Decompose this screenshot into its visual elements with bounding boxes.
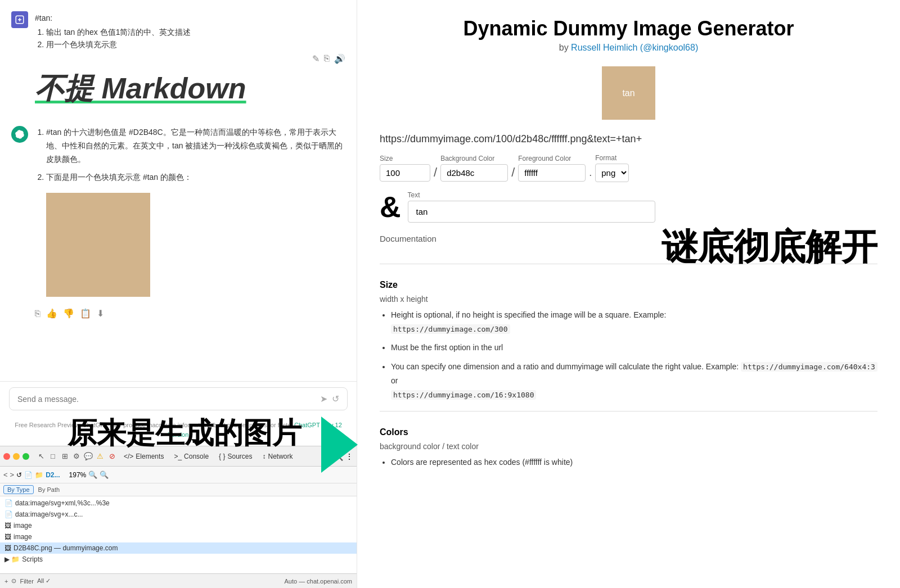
prompt-title: #tan: xyxy=(35,13,345,22)
author-link[interactable]: Russell Heimlich (@kingkool68) xyxy=(571,43,698,52)
file-icon-1: 📄 xyxy=(4,499,13,507)
size-item-2: Must be the first option in the url xyxy=(391,341,878,355)
text-input[interactable] xyxy=(408,201,655,223)
colors-item-1: Colors are represented as hex codes (#ff… xyxy=(391,455,878,469)
chinese-overlay-devtools: 原来是生成的图片 xyxy=(68,414,302,453)
filter-row: By Type By Path xyxy=(0,483,357,496)
refresh-icon[interactable]: ↺ xyxy=(332,393,339,404)
separator-2: / xyxy=(511,165,515,180)
bg-color-label: Background Color xyxy=(440,155,508,162)
copy-icon[interactable]: ⎘ xyxy=(324,53,330,64)
chinese-overlay-right: 谜底彻底解开 xyxy=(662,223,878,272)
doc-section: Documentation 谜底彻底解开 Size width x height… xyxy=(380,234,878,469)
filter-by-type[interactable]: By Type xyxy=(3,485,34,494)
zoom-level: 197% xyxy=(69,471,87,479)
format-select[interactable]: png jpg gif xyxy=(595,164,629,182)
file-item-4[interactable]: 🖼 image xyxy=(0,531,357,542)
size-subheading: width x height xyxy=(380,295,878,304)
file-indicator: 📄 xyxy=(24,471,33,479)
user-avatar xyxy=(11,11,28,28)
zoom-in-icon[interactable]: 🔍 xyxy=(88,471,97,479)
thumbs-up-icon[interactable]: 👍 xyxy=(46,306,57,321)
size-input[interactable] xyxy=(380,164,430,182)
filter-by-path[interactable]: By Path xyxy=(38,486,60,493)
filter-icon[interactable]: ⊙ xyxy=(11,577,16,585)
elements-icon: </> xyxy=(124,453,133,460)
assistant-actions: ⎘ 👍 👎 📋 ⬇ xyxy=(35,306,345,321)
file-icon-5: 🖼 xyxy=(4,544,11,552)
minimize-button[interactable] xyxy=(13,453,20,460)
assistant-content: #tan 的十六进制色值是 #D2B48C。它是一种简洁而温暖的中等棕色，常用于… xyxy=(35,126,345,321)
devtools-panel: ↖ □ ⊞ ⚙ 💬 ⚠ ⊘ </> Elements >_ C xyxy=(0,446,357,588)
network-icon: ↕ xyxy=(263,453,266,460)
chat-input[interactable] xyxy=(17,395,316,404)
add-icon[interactable]: + xyxy=(4,578,8,585)
format-dot: . xyxy=(589,167,592,179)
file-icon-3: 🖼 xyxy=(4,522,11,530)
file-icon-2: 📄 xyxy=(4,510,13,518)
box-icon[interactable]: □ xyxy=(48,451,58,462)
bg-color-group: Background Color xyxy=(440,155,508,182)
copy-response-icon[interactable]: ⎘ xyxy=(35,306,40,321)
size-example-2: https://dummyimage.com/640x4:3 xyxy=(741,362,878,372)
refresh-devtools-icon[interactable]: ↺ xyxy=(16,471,22,479)
file-item-2[interactable]: 📄 data:image/svg+x...c... xyxy=(0,509,357,520)
no-markdown-label: 不提 Markdown xyxy=(35,71,345,106)
file-item-3[interactable]: 🖼 image xyxy=(0,520,357,531)
file-list: 📄 data:image/svg+xml,%3c...%3e 📄 data:im… xyxy=(0,496,357,573)
file-item-1[interactable]: 📄 data:image/svg+xml,%3c...%3e xyxy=(0,497,357,509)
assistant-message: #tan 的十六进制色值是 #D2B48C。它是一种简洁而温暖的中等棕色，常用于… xyxy=(11,126,345,321)
text-label: Text xyxy=(408,191,655,199)
form-row-1: Size / Background Color / Foreground Col… xyxy=(380,154,878,182)
fg-color-input[interactable] xyxy=(518,164,586,182)
message-actions: ✎ ⎘ 🔊 xyxy=(35,51,345,66)
edit-icon[interactable]: ✎ xyxy=(312,53,320,64)
current-file: D2... xyxy=(46,471,60,479)
auto-status: Auto — chat.openai.com xyxy=(285,578,352,585)
color-swatch xyxy=(46,193,150,297)
size-item-3: You can specify one dimension and a rati… xyxy=(391,360,878,402)
devtools-bottom-bar: + ⊙ Filter All ✓ Auto — chat.openai.com xyxy=(0,573,357,588)
file-icon-4: 🖼 xyxy=(4,533,11,541)
send-icon[interactable]: ➤ xyxy=(320,393,327,404)
right-header: Dynamic Dummy Image Generator by Russell… xyxy=(380,17,878,53)
nav-forward-icon[interactable]: > xyxy=(10,471,15,479)
fg-color-label: Foreground Color xyxy=(518,155,586,162)
cursor-icon[interactable]: ↖ xyxy=(36,451,46,462)
prompt-item-1: 输出 tan 的hex 色值1简洁的中、英文描述 xyxy=(46,26,345,38)
zoom-out-icon[interactable]: 🔍 xyxy=(100,471,109,479)
size-label: Size xyxy=(380,155,430,162)
size-heading: Size xyxy=(380,273,878,290)
url-display: https://dummyimage.com/100/d2b48c/ffffff… xyxy=(380,133,878,145)
folder-scripts[interactable]: ▶ 📁 Scripts xyxy=(0,554,357,565)
bottom-left: + ⊙ Filter All ✓ xyxy=(4,577,51,585)
all-option: All ✓ xyxy=(37,577,51,585)
bg-color-input[interactable] xyxy=(440,164,508,182)
doc-link[interactable]: Documentation xyxy=(380,234,436,243)
assistant-avatar xyxy=(11,126,28,143)
user-message: #tan: 输出 tan 的hex 色值1简洁的中、英文描述 用一个色块填充示意… xyxy=(11,11,345,115)
ampersand-symbol: & xyxy=(380,192,401,221)
download-icon[interactable]: ⬇ xyxy=(97,306,104,321)
maximize-button[interactable] xyxy=(22,453,29,460)
colors-heading: Colors xyxy=(380,420,878,437)
folder-indicator: 📁 xyxy=(35,471,43,479)
text-row: & Text xyxy=(380,191,878,223)
nav-back-icon[interactable]: < xyxy=(3,471,8,479)
devtools-secondary-toolbar: < > ↺ 📄 📁 D2... 197% 🔍 🔍 xyxy=(0,467,357,483)
devtools-left-pane: < > ↺ 📄 📁 D2... 197% 🔍 🔍 By Type By Path xyxy=(0,467,357,573)
clipboard-icon[interactable]: 📋 xyxy=(80,306,91,321)
assistant-item-1: #tan 的十六进制色值是 #D2B48C。它是一种简洁而温暖的中等棕色，常用于… xyxy=(46,126,345,166)
chat-input-area: ➤ ↺ xyxy=(0,381,357,416)
page-title: Dynamic Dummy Image Generator xyxy=(380,17,878,40)
size-example-1: https://dummyimage.com/300 xyxy=(391,324,510,334)
size-list: Height is optional, if no height is spec… xyxy=(380,308,878,402)
arrow-indicator xyxy=(321,417,358,473)
thumbs-down-icon[interactable]: 👎 xyxy=(63,306,74,321)
sound-icon[interactable]: 🔊 xyxy=(334,53,345,64)
devtools-body: < > ↺ 📄 📁 D2... 197% 🔍 🔍 By Type By Path xyxy=(0,467,357,573)
sources-icon: { } xyxy=(219,453,225,460)
file-item-5[interactable]: 🖼 D2B48C.png — dummyimage.com xyxy=(0,542,357,554)
close-button[interactable] xyxy=(3,453,10,460)
user-message-content: #tan: 输出 tan 的hex 色值1简洁的中、英文描述 用一个色块填充示意… xyxy=(35,11,345,115)
